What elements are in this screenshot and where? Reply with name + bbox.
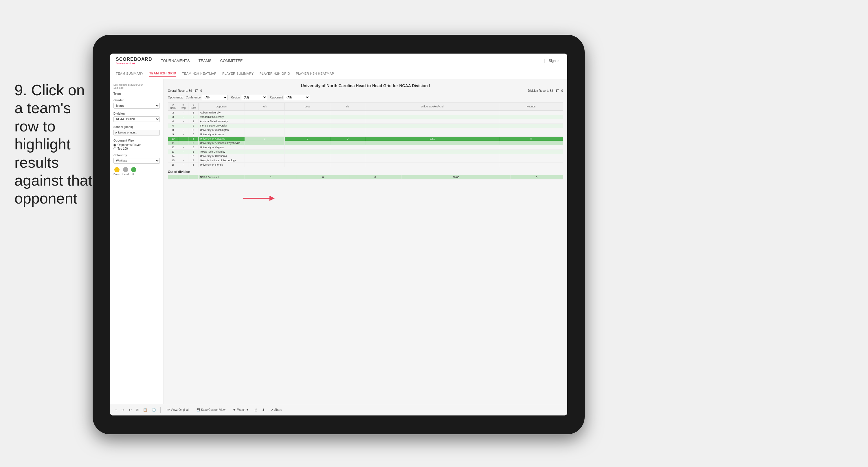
table-row[interactable]: 2-1Auburn University <box>168 111 563 115</box>
grid-records: Overall Record: 89 - 17 - 0 Division Rec… <box>168 89 563 92</box>
legend-level: Level <box>122 167 129 176</box>
sidebar-division-section: Division NCAA Division I <box>114 112 160 122</box>
sidebar-school-section: School (Rank) University of Nort... <box>114 125 160 136</box>
colour-select[interactable]: Win/loss <box>114 158 160 164</box>
save-icon: 💾 <box>196 408 200 411</box>
legend-up: Up <box>131 167 136 176</box>
save-custom-view-btn[interactable]: 💾 Save Custom View <box>195 407 227 412</box>
content-panel: University of North Carolina Head-to-Hea… <box>163 79 567 404</box>
copy-icon[interactable]: ⧉ <box>136 408 138 412</box>
nav-teams[interactable]: TEAMS <box>198 57 212 64</box>
region-select[interactable]: (All) <box>241 95 267 100</box>
col-opponent: Opponent <box>198 103 245 111</box>
col-reg: # Reg <box>178 103 188 111</box>
table-row[interactable]: 10-5University of Alabama3002.618 <box>168 137 563 141</box>
conference-select[interactable]: (All) <box>202 95 228 100</box>
table-row[interactable]: 11-6University of Arkansas, Fayetteville <box>168 141 563 145</box>
opponent-cell: Georgia Institute of Technology <box>198 158 245 163</box>
loss-cell <box>285 119 330 124</box>
tie-cell <box>330 132 365 137</box>
sub-nav-player-summary[interactable]: PLAYER SUMMARY <box>222 70 254 77</box>
loss-cell <box>285 163 330 167</box>
division-record: Division Record: 88 - 17 - 0 <box>528 89 563 92</box>
tie-cell <box>330 124 365 128</box>
redo-icon[interactable]: ↪ <box>122 408 124 412</box>
win-cell <box>245 141 285 145</box>
tablet-device: SCOREBOARD Powered by clippd TOURNAMENTS… <box>93 35 585 434</box>
undo2-icon[interactable]: ↩ <box>129 408 132 412</box>
rounds-cell <box>499 158 563 163</box>
opponent-cell: Texas Tech University <box>198 150 245 154</box>
loss-cell <box>285 115 330 119</box>
win-cell <box>245 115 285 119</box>
table-row[interactable]: 12-3University of Virginia <box>168 145 563 150</box>
diff-cell <box>365 163 499 167</box>
grid-title: University of North Carolina Head-to-Hea… <box>168 83 563 88</box>
nav-committee[interactable]: COMMITTEE <box>220 57 243 64</box>
table-row[interactable]: 8-2University of Washington <box>168 128 563 132</box>
rounds-cell <box>499 145 563 150</box>
conf-cell: 3 <box>188 132 198 137</box>
table-row[interactable]: 14-2University of Oklahoma <box>168 154 563 158</box>
win-cell <box>245 163 285 167</box>
table-row[interactable]: 9-3University of Arizona <box>168 132 563 137</box>
table-row[interactable]: 4-1Arizona State University <box>168 119 563 124</box>
watch-btn[interactable]: 👁 Watch ▾ <box>231 407 250 412</box>
sub-nav-team-summary[interactable]: TEAM SUMMARY <box>116 70 144 77</box>
bottom-toolbar: ↩ ↪ ↩ ⧉ 📋 🕐 👁 View: Original 💾 Save Cust… <box>110 404 567 415</box>
nav-tournaments[interactable]: TOURNAMENTS <box>161 57 190 64</box>
division-select[interactable]: NCAA Division I <box>114 116 160 122</box>
print-icon[interactable]: 🖨 <box>254 408 257 412</box>
opponent-cell: University of Washington <box>198 128 245 132</box>
opponent-cell: University of Arizona <box>198 132 245 137</box>
logo-scoreboard: SCOREBOARD <box>116 57 152 62</box>
opponent-cell: Arizona State University <box>198 119 245 124</box>
nav-right: | Sign out <box>544 59 561 63</box>
diff-cell: 2.61 <box>365 137 499 141</box>
table-row[interactable]: 3-2Vanderbilt University <box>168 115 563 119</box>
rank-cell: 3 <box>168 115 178 119</box>
rounds-cell <box>499 119 563 124</box>
view-original-btn[interactable]: 👁 View: Original <box>165 407 190 412</box>
sub-nav-team-h2h-grid[interactable]: TEAM H2H GRID <box>149 70 176 77</box>
table-row[interactable]: 13-1Texas Tech University <box>168 150 563 154</box>
table-row[interactable]: 16-3University of Florida <box>168 163 563 167</box>
col-rank: # Rank <box>168 103 178 111</box>
undo-icon[interactable]: ↩ <box>114 408 117 412</box>
reg-cell: - <box>178 163 188 167</box>
table-row[interactable]: 15-4Georgia Institute of Technology <box>168 158 563 163</box>
opponent-cell: University of Alabama <box>198 137 245 141</box>
rank-cell: 6 <box>168 124 178 128</box>
share-btn[interactable]: ↗ Share <box>269 407 284 412</box>
out-division-header: Out of division <box>168 170 563 173</box>
opponent-cell: University of Arkansas, Fayetteville <box>198 141 245 145</box>
tie-cell <box>330 119 365 124</box>
reg-cell: - <box>178 119 188 124</box>
out-division-row[interactable]: NCAA Division II 1 0 0 26.00 3 <box>168 175 563 179</box>
loss-cell <box>285 154 330 158</box>
conf-cell: 6 <box>188 141 198 145</box>
sign-out-link[interactable]: Sign out <box>549 59 561 63</box>
rounds-cell <box>499 111 563 115</box>
sub-nav-player-h2h-heatmap[interactable]: PLAYER H2H HEATMAP <box>296 70 334 77</box>
radio-top100[interactable]: Top 100 <box>114 147 160 150</box>
top-nav: SCOREBOARD Powered by clippd TOURNAMENTS… <box>110 54 567 68</box>
out-division-win: 1 <box>245 175 297 179</box>
sub-nav-team-h2h-heatmap[interactable]: TEAM H2H HEATMAP <box>182 70 216 77</box>
rank-cell: 4 <box>168 119 178 124</box>
clock-icon[interactable]: 🕐 <box>152 408 156 412</box>
reg-cell: - <box>178 145 188 150</box>
gender-select[interactable]: Men's <box>114 103 160 109</box>
h2h-grid-table: # Rank # Reg # Conf Opponent Win Loss Ti… <box>168 103 563 167</box>
radio-opponents-played[interactable]: Opponents Played <box>114 143 160 146</box>
nav-items: TOURNAMENTS TEAMS COMMITTEE <box>161 57 544 64</box>
paste-icon[interactable]: 📋 <box>143 408 147 412</box>
download-icon[interactable]: ⬇ <box>262 408 265 412</box>
sidebar-colour-section: Colour by Win/loss <box>114 154 160 164</box>
sub-nav-player-h2h-grid[interactable]: PLAYER H2H GRID <box>259 70 290 77</box>
opponent-select[interactable]: (All) <box>284 95 310 100</box>
rounds-cell: 8 <box>499 137 563 141</box>
out-division-diff: 26.00 <box>401 175 511 179</box>
tie-cell <box>330 111 365 115</box>
table-row[interactable]: 6-2Florida State University <box>168 124 563 128</box>
